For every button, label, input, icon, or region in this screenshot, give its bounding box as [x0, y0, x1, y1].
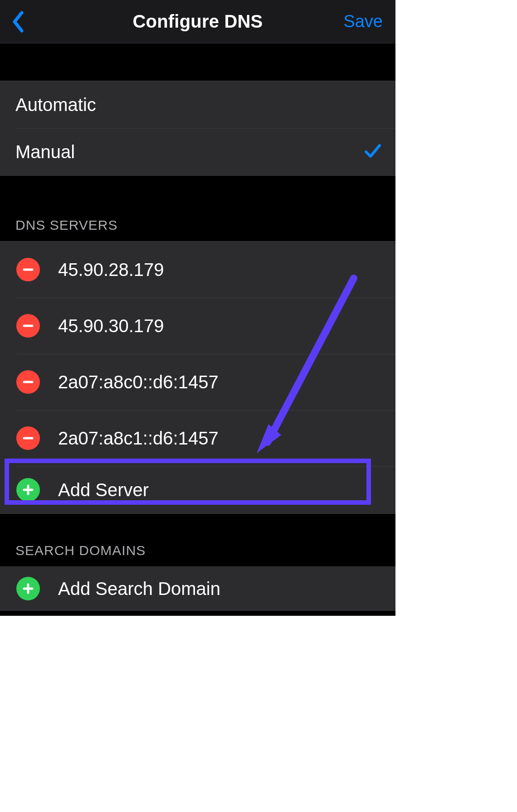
- dns-server-row[interactable]: 45.90.28.179: [0, 242, 395, 298]
- dns-servers-group: 45.90.28.179 45.90.30.179 2a07:a8c0::d6:…: [0, 241, 395, 514]
- remove-icon[interactable]: [16, 314, 40, 338]
- remove-icon[interactable]: [16, 370, 40, 394]
- dns-server-value: 45.90.30.179: [58, 316, 164, 336]
- search-domains-group: Add Search Domain: [0, 566, 395, 611]
- phone-screen: Configure DNS Save Automatic Manual DNS …: [0, 0, 395, 616]
- remove-icon[interactable]: [16, 258, 40, 281]
- add-search-domain-row[interactable]: Add Search Domain: [0, 567, 395, 610]
- search-domains-header: SEARCH DOMAINS: [0, 514, 395, 566]
- save-button[interactable]: Save: [343, 0, 383, 43]
- mode-automatic-label: Automatic: [15, 95, 96, 115]
- mode-automatic-row[interactable]: Automatic: [0, 81, 395, 128]
- chevron-left-icon: [12, 11, 24, 33]
- add-search-domain-label: Add Search Domain: [58, 579, 220, 599]
- dns-server-value: 2a07:a8c1::d6:1457: [58, 428, 219, 449]
- page-margin: [0, 616, 395, 812]
- add-server-row[interactable]: Add Server: [0, 466, 395, 513]
- mode-manual-row[interactable]: Manual: [0, 128, 395, 175]
- add-icon[interactable]: [16, 478, 40, 502]
- remove-icon[interactable]: [16, 426, 40, 450]
- dns-server-row[interactable]: 2a07:a8c0::d6:1457: [0, 354, 395, 410]
- page-margin: [395, 0, 517, 812]
- nav-bar: Configure DNS Save: [0, 0, 395, 44]
- dns-server-value: 2a07:a8c0::d6:1457: [58, 372, 219, 392]
- spacer: [0, 44, 395, 81]
- checkmark-icon: [364, 142, 382, 162]
- dns-mode-group: Automatic Manual: [0, 81, 395, 176]
- dns-server-value: 45.90.28.179: [58, 260, 164, 280]
- dns-servers-header: DNS SERVERS: [0, 176, 395, 241]
- dns-server-row[interactable]: 2a07:a8c1::d6:1457: [0, 410, 395, 466]
- page-title: Configure DNS: [132, 11, 263, 32]
- back-button[interactable]: [5, 0, 32, 43]
- add-server-label: Add Server: [58, 480, 149, 500]
- dns-server-row[interactable]: 45.90.30.179: [0, 298, 395, 354]
- add-icon[interactable]: [16, 577, 40, 600]
- mode-manual-label: Manual: [15, 142, 75, 162]
